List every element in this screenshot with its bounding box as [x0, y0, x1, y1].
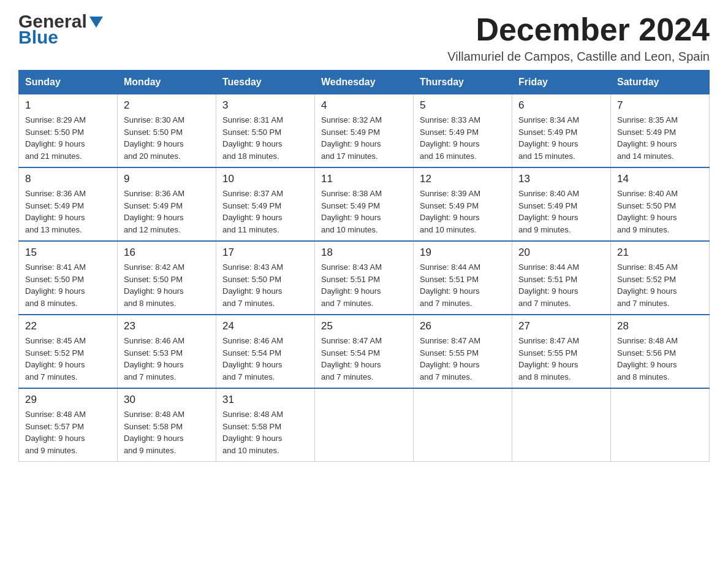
day-number: 27: [518, 320, 604, 332]
day-info: Sunrise: 8:47 AMSunset: 5:55 PMDaylight:…: [518, 336, 579, 381]
day-info: Sunrise: 8:40 AMSunset: 5:50 PMDaylight:…: [617, 189, 678, 234]
day-info: Sunrise: 8:37 AMSunset: 5:49 PMDaylight:…: [222, 189, 283, 234]
calendar-cell: 12 Sunrise: 8:39 AMSunset: 5:49 PMDaylig…: [414, 167, 512, 241]
day-number: 8: [25, 173, 111, 185]
header: General Blue December 2024 Villamuriel d…: [18, 12, 710, 64]
day-info: Sunrise: 8:39 AMSunset: 5:49 PMDaylight:…: [420, 189, 480, 234]
logo: General Blue: [18, 12, 103, 47]
weekday-header: Thursday: [414, 71, 512, 94]
day-info: Sunrise: 8:33 AMSunset: 5:49 PMDaylight:…: [420, 115, 480, 161]
day-number: 9: [124, 173, 210, 185]
day-number: 11: [321, 173, 407, 185]
calendar-table: SundayMondayTuesdayWednesdayThursdayFrid…: [18, 70, 710, 462]
calendar-cell: 24 Sunrise: 8:46 AMSunset: 5:54 PMDaylig…: [216, 315, 315, 388]
calendar-cell: 7 Sunrise: 8:35 AMSunset: 5:49 PMDayligh…: [611, 94, 710, 168]
logo-blue: Blue: [18, 28, 103, 47]
calendar-cell: [414, 388, 512, 462]
calendar-week-row: 15 Sunrise: 8:41 AMSunset: 5:50 PMDaylig…: [19, 241, 710, 315]
day-number: 19: [420, 247, 506, 259]
day-info: Sunrise: 8:38 AMSunset: 5:49 PMDaylight:…: [321, 189, 382, 234]
calendar-cell: [611, 388, 710, 462]
day-number: 28: [617, 320, 703, 332]
day-number: 26: [420, 320, 506, 332]
day-info: Sunrise: 8:48 AMSunset: 5:58 PMDaylight:…: [222, 410, 283, 455]
day-info: Sunrise: 8:46 AMSunset: 5:53 PMDaylight:…: [124, 336, 184, 381]
weekday-header: Friday: [512, 71, 611, 94]
calendar-cell: 20 Sunrise: 8:44 AMSunset: 5:51 PMDaylig…: [512, 241, 611, 315]
calendar-week-row: 22 Sunrise: 8:45 AMSunset: 5:52 PMDaylig…: [19, 315, 710, 388]
calendar-cell: 26 Sunrise: 8:47 AMSunset: 5:55 PMDaylig…: [414, 315, 512, 388]
month-title: December 2024: [447, 12, 710, 47]
calendar-cell: 22 Sunrise: 8:45 AMSunset: 5:52 PMDaylig…: [19, 315, 118, 388]
weekday-header-row: SundayMondayTuesdayWednesdayThursdayFrid…: [19, 71, 710, 94]
day-number: 4: [321, 99, 407, 112]
calendar-cell: 9 Sunrise: 8:36 AMSunset: 5:49 PMDayligh…: [118, 167, 216, 241]
calendar-cell: 18 Sunrise: 8:43 AMSunset: 5:51 PMDaylig…: [315, 241, 414, 315]
day-info: Sunrise: 8:45 AMSunset: 5:52 PMDaylight:…: [617, 262, 678, 308]
day-info: Sunrise: 8:48 AMSunset: 5:56 PMDaylight:…: [617, 336, 678, 381]
calendar-cell: 11 Sunrise: 8:38 AMSunset: 5:49 PMDaylig…: [315, 167, 414, 241]
day-number: 18: [321, 247, 407, 259]
day-info: Sunrise: 8:48 AMSunset: 5:57 PMDaylight:…: [25, 410, 86, 455]
day-info: Sunrise: 8:35 AMSunset: 5:49 PMDaylight:…: [617, 115, 678, 161]
calendar-cell: 27 Sunrise: 8:47 AMSunset: 5:55 PMDaylig…: [512, 315, 611, 388]
day-number: 22: [25, 320, 111, 332]
day-number: 2: [124, 99, 210, 112]
day-info: Sunrise: 8:36 AMSunset: 5:49 PMDaylight:…: [25, 189, 86, 234]
day-info: Sunrise: 8:29 AMSunset: 5:50 PMDaylight:…: [25, 115, 86, 161]
day-info: Sunrise: 8:41 AMSunset: 5:50 PMDaylight:…: [25, 262, 86, 308]
calendar-cell: 4 Sunrise: 8:32 AMSunset: 5:49 PMDayligh…: [315, 94, 414, 168]
calendar-cell: 15 Sunrise: 8:41 AMSunset: 5:50 PMDaylig…: [19, 241, 118, 315]
calendar-cell: 16 Sunrise: 8:42 AMSunset: 5:50 PMDaylig…: [118, 241, 216, 315]
day-number: 31: [222, 394, 308, 406]
weekday-header: Saturday: [611, 71, 710, 94]
day-number: 12: [420, 173, 506, 185]
day-number: 6: [518, 99, 604, 112]
weekday-header: Sunday: [19, 71, 118, 94]
calendar-cell: 10 Sunrise: 8:37 AMSunset: 5:49 PMDaylig…: [216, 167, 315, 241]
svg-marker-0: [89, 17, 103, 28]
calendar-cell: 31 Sunrise: 8:48 AMSunset: 5:58 PMDaylig…: [216, 388, 315, 462]
day-number: 21: [617, 247, 703, 259]
day-info: Sunrise: 8:47 AMSunset: 5:55 PMDaylight:…: [420, 336, 480, 381]
day-info: Sunrise: 8:46 AMSunset: 5:54 PMDaylight:…: [222, 336, 283, 381]
day-info: Sunrise: 8:45 AMSunset: 5:52 PMDaylight:…: [25, 336, 86, 381]
logo-blue-text: Blue: [18, 28, 58, 47]
day-number: 25: [321, 320, 407, 332]
day-number: 30: [124, 394, 210, 406]
calendar-cell: 2 Sunrise: 8:30 AMSunset: 5:50 PMDayligh…: [118, 94, 216, 168]
calendar-cell: 25 Sunrise: 8:47 AMSunset: 5:54 PMDaylig…: [315, 315, 414, 388]
calendar-cell: 5 Sunrise: 8:33 AMSunset: 5:49 PMDayligh…: [414, 94, 512, 168]
day-number: 7: [617, 99, 703, 112]
day-number: 16: [124, 247, 210, 259]
calendar-week-row: 8 Sunrise: 8:36 AMSunset: 5:49 PMDayligh…: [19, 167, 710, 241]
weekday-header: Monday: [118, 71, 216, 94]
calendar-cell: 14 Sunrise: 8:40 AMSunset: 5:50 PMDaylig…: [611, 167, 710, 241]
day-number: 14: [617, 173, 703, 185]
calendar-cell: 13 Sunrise: 8:40 AMSunset: 5:49 PMDaylig…: [512, 167, 611, 241]
calendar-week-row: 1 Sunrise: 8:29 AMSunset: 5:50 PMDayligh…: [19, 94, 710, 168]
day-info: Sunrise: 8:44 AMSunset: 5:51 PMDaylight:…: [420, 262, 480, 308]
day-info: Sunrise: 8:30 AMSunset: 5:50 PMDaylight:…: [124, 115, 184, 161]
day-info: Sunrise: 8:36 AMSunset: 5:49 PMDaylight:…: [124, 189, 184, 234]
calendar-cell: [315, 388, 414, 462]
day-info: Sunrise: 8:43 AMSunset: 5:51 PMDaylight:…: [321, 262, 382, 308]
day-number: 3: [222, 99, 308, 112]
day-number: 29: [25, 394, 111, 406]
weekday-header: Tuesday: [216, 71, 315, 94]
calendar-cell: 23 Sunrise: 8:46 AMSunset: 5:53 PMDaylig…: [118, 315, 216, 388]
day-number: 17: [222, 247, 308, 259]
day-info: Sunrise: 8:31 AMSunset: 5:50 PMDaylight:…: [222, 115, 283, 161]
day-info: Sunrise: 8:42 AMSunset: 5:50 PMDaylight:…: [124, 262, 184, 308]
weekday-header: Wednesday: [315, 71, 414, 94]
calendar-cell: 17 Sunrise: 8:43 AMSunset: 5:50 PMDaylig…: [216, 241, 315, 315]
calendar-cell: 8 Sunrise: 8:36 AMSunset: 5:49 PMDayligh…: [19, 167, 118, 241]
day-number: 24: [222, 320, 308, 332]
day-number: 20: [518, 247, 604, 259]
calendar-cell: 6 Sunrise: 8:34 AMSunset: 5:49 PMDayligh…: [512, 94, 611, 168]
day-info: Sunrise: 8:43 AMSunset: 5:50 PMDaylight:…: [222, 262, 283, 308]
subtitle: Villamuriel de Campos, Castille and Leon…: [447, 50, 710, 64]
calendar-week-row: 29 Sunrise: 8:48 AMSunset: 5:57 PMDaylig…: [19, 388, 710, 462]
day-number: 13: [518, 173, 604, 185]
calendar-cell: 3 Sunrise: 8:31 AMSunset: 5:50 PMDayligh…: [216, 94, 315, 168]
